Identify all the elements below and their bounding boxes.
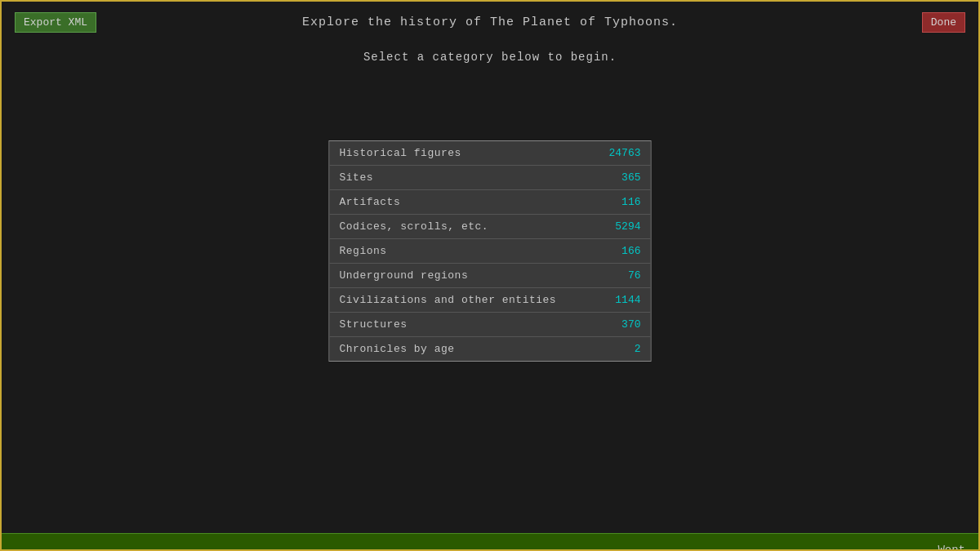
category-count: 166 xyxy=(621,245,640,257)
category-name: Structures xyxy=(340,318,408,331)
category-row[interactable]: Codices, scrolls, etc.5294 xyxy=(330,215,651,239)
category-name: Historical figures xyxy=(340,147,461,159)
category-row[interactable]: Sites365 xyxy=(330,166,651,190)
category-count: 365 xyxy=(621,171,640,184)
category-name: Sites xyxy=(340,171,374,184)
bottom-bar: Wont xyxy=(2,533,978,549)
subtitle: Select a category below to begin. xyxy=(2,51,978,64)
category-row[interactable]: Chronicles by age2 xyxy=(330,337,651,361)
category-name: Chronicles by age xyxy=(340,343,455,355)
category-row[interactable]: Regions166 xyxy=(330,239,651,264)
category-count: 1144 xyxy=(615,294,640,306)
category-row[interactable]: Civilizations and other entities1144 xyxy=(330,288,651,313)
category-count: 370 xyxy=(621,318,640,331)
category-list: Historical figures24763Sites365Artifacts… xyxy=(329,140,652,362)
wont-label: Wont xyxy=(938,544,965,551)
category-row[interactable]: Underground regions76 xyxy=(330,264,651,288)
category-row[interactable]: Historical figures24763 xyxy=(330,141,651,166)
category-name: Codices, scrolls, etc. xyxy=(340,220,489,233)
category-name: Regions xyxy=(340,245,387,257)
category-name: Underground regions xyxy=(340,269,469,282)
category-count: 5294 xyxy=(615,220,640,233)
category-row[interactable]: Artifacts116 xyxy=(330,190,651,215)
category-count: 76 xyxy=(628,269,641,282)
header-title: Explore the history of The Planet of Typ… xyxy=(302,16,678,29)
category-row[interactable]: Structures370 xyxy=(330,313,651,337)
top-bar: Export XML Explore the history of The Pl… xyxy=(2,2,978,42)
done-button[interactable]: Done xyxy=(922,12,965,33)
export-xml-button[interactable]: Export XML xyxy=(15,12,96,33)
category-count: 24763 xyxy=(608,147,640,159)
category-count: 116 xyxy=(621,196,640,208)
category-name: Artifacts xyxy=(340,196,401,208)
category-name: Civilizations and other entities xyxy=(340,294,557,306)
category-count: 2 xyxy=(635,343,641,355)
